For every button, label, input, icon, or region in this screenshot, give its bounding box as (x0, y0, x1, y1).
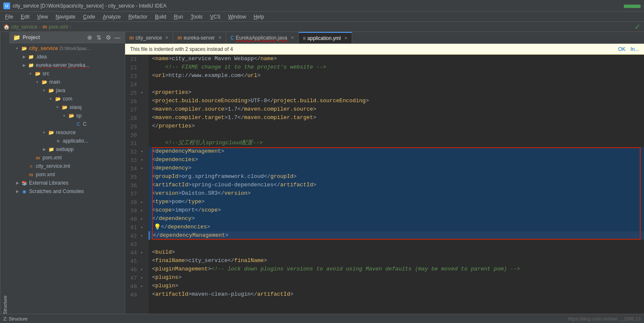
code-line[interactable]: <build> (149, 248, 644, 257)
tab-eureka-app[interactable]: C EurekaApplication.java ✕ (226, 32, 299, 43)
bulb-icon[interactable]: 💡 (154, 223, 161, 231)
tree-arrow-sp[interactable]: ▾ (63, 114, 68, 118)
tree-arrow-eureka[interactable]: ▶ (23, 63, 28, 67)
tree-item-com[interactable]: ▾ 📂 com (9, 95, 125, 103)
fold-marker[interactable]: ▸ (139, 267, 145, 271)
tree-item-scratches[interactable]: ▶ ◉ Scratches and Consoles (9, 187, 125, 196)
code-line[interactable]: <dependency> (149, 164, 644, 172)
fold-marker[interactable]: ▸ (139, 275, 145, 280)
add-icon[interactable]: ⊕ (86, 34, 94, 41)
code-line[interactable]: <!-- FIXME change it to the project's we… (149, 63, 644, 71)
code-line[interactable]: <properties> (149, 88, 644, 97)
code-line[interactable]: </properties> (149, 122, 644, 130)
tree-arrow-xiaoq[interactable]: ▾ (56, 105, 61, 109)
menu-tools[interactable]: Tools (187, 13, 206, 21)
tree-arrow-resource[interactable]: ▾ (43, 130, 48, 135)
code-line[interactable]: <scope>import</scope> (149, 206, 644, 214)
tree-item-src[interactable]: ▾ 📂 src (9, 69, 125, 78)
tree-item-sp[interactable]: ▾ 📂 sp (9, 111, 125, 120)
notification-more-btn[interactable]: In... (631, 46, 639, 52)
structure-panel-label[interactable]: Z: Structure (0, 32, 9, 323)
fold-marker[interactable]: ▸ (139, 217, 145, 221)
fold-marker[interactable]: ▸ (139, 284, 145, 288)
tree-arrow-webapp[interactable]: ▶ (43, 147, 48, 151)
tree-item-eureka-server[interactable]: ▶ 📁 eureka-server [eureka... (9, 61, 125, 69)
code-line[interactable]: <finalName>city_service</finalName> (149, 257, 644, 265)
code-line[interactable]: <!--父工程引入springcloud配置--> (149, 139, 644, 147)
tree-arrow-java[interactable]: ▾ (43, 88, 48, 93)
tree-item-resource[interactable]: ▾ 📂 resource (9, 128, 125, 137)
code-line[interactable]: <maven.compiler.target>1.7</maven.compil… (149, 114, 644, 122)
breadcrumb-project[interactable]: 🏠 city_service (3, 24, 37, 30)
fold-marker[interactable]: ▸ (139, 208, 145, 212)
sync-icon[interactable]: ⇅ (95, 34, 103, 41)
tree-item-webapp[interactable]: ▶ 📁 webapp (9, 145, 125, 154)
tree-item-external-libs[interactable]: ▶ 📚 External Libraries (9, 179, 125, 187)
settings-icon[interactable]: ⚙ (104, 34, 112, 41)
tree-arrow-main[interactable]: ▾ (36, 80, 41, 84)
tree-arrow-idea[interactable]: ▶ (23, 55, 28, 59)
tree-item-pom-eureka[interactable]: ▶ m pom.xml (9, 154, 125, 162)
tree-item-pom-root[interactable]: ▶ m pom.xml (9, 170, 125, 179)
code-line[interactable] (149, 80, 644, 88)
fold-marker[interactable]: ▸ (139, 225, 145, 229)
tab-eureka-server[interactable]: m eureka-server ✕ (173, 32, 226, 43)
menu-code[interactable]: Code (80, 13, 99, 21)
fold-marker[interactable]: ▾ (139, 166, 145, 170)
menu-view[interactable]: View (34, 13, 51, 21)
notification-ok-btn[interactable]: OK (618, 46, 625, 52)
tree-item-c-class[interactable]: ▶ C C (9, 120, 125, 128)
tree-item-xiaoq[interactable]: ▾ 📂 xiaoq (9, 103, 125, 111)
code-line[interactable]: <version>Dalston.SR3</version> (149, 189, 644, 198)
fold-marker[interactable]: ▸ (139, 200, 145, 204)
code-line[interactable]: </dependency> (149, 214, 644, 223)
code-line[interactable]: 💡 </dependencies> (149, 223, 644, 231)
code-line[interactable]: <artifactId>maven-clean-plugin</artifact… (149, 290, 644, 299)
code-line[interactable] (149, 240, 644, 248)
menu-window[interactable]: Window (224, 13, 249, 21)
code-line[interactable]: </dependencyManagement> (149, 231, 644, 240)
tree-item-application-yml[interactable]: ▶ ≡ applicatio... (9, 137, 125, 145)
code-line[interactable] (149, 130, 644, 139)
code-line[interactable]: <name>city_service Maven Webapp</name> (149, 55, 644, 63)
menu-help[interactable]: Help (250, 13, 267, 21)
code-line[interactable]: <plugin> (149, 282, 644, 290)
fold-marker[interactable]: ▾ (139, 90, 145, 95)
tab-close-eureka-app[interactable]: ✕ (291, 35, 294, 40)
code-line[interactable]: <plugins> (149, 273, 644, 282)
code-line[interactable]: <artifactId>spring-cloud-dependencies</a… (149, 181, 644, 189)
tree-arrow-src[interactable]: ▾ (29, 71, 35, 76)
code-line[interactable]: <dependencyManagement> (149, 147, 644, 156)
menu-analyze[interactable]: Analyze (99, 13, 124, 21)
breadcrumb-file[interactable]: pom.xml (49, 24, 68, 30)
tab-close-eureka[interactable]: ✕ (218, 35, 222, 40)
tree-arrow-ext-libs[interactable]: ▶ (16, 181, 21, 185)
fold-marker[interactable]: ▾ (139, 149, 145, 154)
tree-item-java[interactable]: ▾ 📂 java (9, 86, 125, 95)
menu-build[interactable]: Build (152, 13, 170, 21)
menu-run[interactable]: Run (171, 13, 187, 21)
tab-close-city[interactable]: ✕ (165, 35, 168, 40)
code-line[interactable]: <groupId>org.springframework.cloud</grou… (149, 172, 644, 181)
tab-application-yml[interactable]: ≡ application.yml ✕ (299, 32, 352, 43)
code-area[interactable]: <name>city_service Maven Webapp</name> <… (149, 55, 644, 323)
code-line[interactable]: <maven.compiler.source>1.7</maven.compil… (149, 105, 644, 114)
menu-refactor[interactable]: Refactor (125, 13, 151, 21)
tree-item-idea[interactable]: ▶ 📁 .idea (9, 53, 125, 61)
fold-marker[interactable]: ▾ (139, 158, 145, 162)
tree-item-main[interactable]: ▾ 📂 main (9, 78, 125, 86)
tab-close-app-yml[interactable]: ✕ (344, 36, 347, 40)
code-line[interactable]: <pluginManagement><!-- lock down plugins… (149, 265, 644, 273)
menu-navigate[interactable]: Navigate (52, 13, 79, 21)
menu-vcs[interactable]: VCS (207, 13, 224, 21)
code-line[interactable]: <dependencies> (149, 156, 644, 164)
minimize-icon[interactable]: — (114, 34, 121, 41)
code-line[interactable]: <project.build.sourceEncoding>UTF-8</pro… (149, 97, 644, 105)
tree-item-city-service[interactable]: ▾ 📂 city_service D:\WorkSpac... (9, 44, 125, 53)
tree-arrow-city-service[interactable]: ▾ (16, 46, 21, 50)
tree-arrow-com[interactable]: ▾ (50, 97, 55, 101)
tree-arrow-scratches[interactable]: ▶ (16, 189, 21, 193)
fold-marker[interactable]: ▸ (139, 233, 145, 238)
tab-city-service[interactable]: m city_service ✕ (125, 32, 173, 43)
menu-edit[interactable]: Edit (17, 13, 33, 21)
